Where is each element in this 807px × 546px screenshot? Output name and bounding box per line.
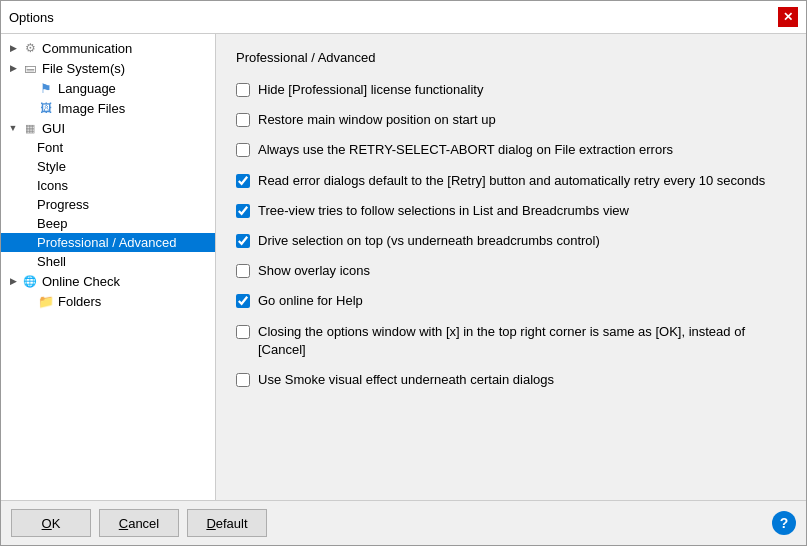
sidebar-label-font: Font (37, 140, 63, 155)
globe-icon: 🌐 (21, 273, 39, 289)
option-tree-view-follow: Tree-view tries to follow selections in … (236, 202, 786, 220)
help-button[interactable]: ? (772, 511, 796, 535)
sidebar-item-shell[interactable]: Shell (1, 252, 215, 271)
image-icon: 🖼 (37, 100, 55, 116)
sidebar-item-progress[interactable]: Progress (1, 195, 215, 214)
label-smoke-visual[interactable]: Use Smoke visual effect underneath certa… (258, 371, 554, 389)
sidebar-item-image-files[interactable]: 🖼 Image Files (1, 98, 215, 118)
sidebar-label-communication: Communication (42, 41, 132, 56)
option-read-error-dialogs: Read error dialogs default to the [Retry… (236, 172, 786, 190)
sidebar-label-language: Language (58, 81, 116, 96)
label-go-online-help[interactable]: Go online for Help (258, 292, 363, 310)
label-restore-position[interactable]: Restore main window position on start up (258, 111, 496, 129)
checkbox-drive-selection[interactable] (236, 234, 250, 248)
label-show-overlay[interactable]: Show overlay icons (258, 262, 370, 280)
sidebar-item-language[interactable]: ⚑ Language (1, 78, 215, 98)
option-restore-position: Restore main window position on start up (236, 111, 786, 129)
checkbox-smoke-visual[interactable] (236, 373, 250, 387)
checkbox-read-error-dialogs[interactable] (236, 174, 250, 188)
sidebar-item-font[interactable]: Font (1, 138, 215, 157)
option-smoke-visual: Use Smoke visual effect underneath certa… (236, 371, 786, 389)
option-hide-professional: Hide [Professional] license functionalit… (236, 81, 786, 99)
label-closing-options[interactable]: Closing the options window with [x] in t… (258, 323, 786, 359)
option-show-overlay: Show overlay icons (236, 262, 786, 280)
sidebar-item-online-check[interactable]: ▶ 🌐 Online Check (1, 271, 215, 291)
main-content: ▶ ⚙ Communication ▶ 🖴 File System(s) ⚑ L… (1, 34, 806, 500)
sidebar-label-style: Style (37, 159, 66, 174)
cancel-label: Cancel (119, 516, 159, 531)
sidebar-label-professional-advanced: Professional / Advanced (37, 235, 176, 250)
folder-icon: 📁 (37, 293, 55, 309)
label-hide-professional[interactable]: Hide [Professional] license functionalit… (258, 81, 483, 99)
sidebar-item-beep[interactable]: Beep (1, 214, 215, 233)
default-label: Default (206, 516, 247, 531)
ok-label: OK (42, 516, 61, 531)
panel-title: Professional / Advanced (236, 50, 786, 65)
toggle-online-check: ▶ (5, 273, 21, 289)
sidebar-label-icons: Icons (37, 178, 68, 193)
window-title: Options (9, 10, 54, 25)
checkbox-restore-position[interactable] (236, 113, 250, 127)
toggle-communication: ▶ (5, 40, 21, 56)
sidebar-item-folders[interactable]: 📁 Folders (1, 291, 215, 311)
gear-icon: ⚙ (21, 40, 39, 56)
option-closing-options: Closing the options window with [x] in t… (236, 323, 786, 359)
close-button[interactable]: ✕ (778, 7, 798, 27)
checkbox-go-online-help[interactable] (236, 294, 250, 308)
option-go-online-help: Go online for Help (236, 292, 786, 310)
hdd-icon: 🖴 (21, 60, 39, 76)
sidebar-label-folders: Folders (58, 294, 101, 309)
sidebar-item-gui[interactable]: ▼ ▦ GUI (1, 118, 215, 138)
gui-icon: ▦ (21, 120, 39, 136)
label-retry-select-abort[interactable]: Always use the RETRY-SELECT-ABORT dialog… (258, 141, 673, 159)
cancel-button[interactable]: Cancel (99, 509, 179, 537)
sidebar-label-shell: Shell (37, 254, 66, 269)
flag-icon: ⚑ (37, 80, 55, 96)
checkbox-closing-options[interactable] (236, 325, 250, 339)
toggle-language (21, 80, 37, 96)
right-panel: Professional / Advanced Hide [Profession… (216, 34, 806, 500)
label-tree-view-follow[interactable]: Tree-view tries to follow selections in … (258, 202, 629, 220)
sidebar-label-beep: Beep (37, 216, 67, 231)
checkbox-show-overlay[interactable] (236, 264, 250, 278)
options-window: Options ✕ ▶ ⚙ Communication ▶ 🖴 File Sys… (0, 0, 807, 546)
label-read-error-dialogs[interactable]: Read error dialogs default to the [Retry… (258, 172, 765, 190)
checkbox-hide-professional[interactable] (236, 83, 250, 97)
sidebar-item-professional-advanced[interactable]: Professional / Advanced (1, 233, 215, 252)
sidebar-label-online-check: Online Check (42, 274, 120, 289)
bottom-bar: OK Cancel Default ? (1, 500, 806, 545)
toggle-filesystem: ▶ (5, 60, 21, 76)
option-drive-selection: Drive selection on top (vs underneath br… (236, 232, 786, 250)
sidebar-item-icons[interactable]: Icons (1, 176, 215, 195)
sidebar-item-communication[interactable]: ▶ ⚙ Communication (1, 38, 215, 58)
sidebar-label-gui: GUI (42, 121, 65, 136)
sidebar-label-filesystem: File System(s) (42, 61, 125, 76)
checkbox-retry-select-abort[interactable] (236, 143, 250, 157)
checkbox-tree-view-follow[interactable] (236, 204, 250, 218)
sidebar-item-filesystem[interactable]: ▶ 🖴 File System(s) (1, 58, 215, 78)
sidebar-label-image-files: Image Files (58, 101, 125, 116)
toggle-image-files (21, 100, 37, 116)
label-drive-selection[interactable]: Drive selection on top (vs underneath br… (258, 232, 600, 250)
default-button[interactable]: Default (187, 509, 267, 537)
toggle-gui: ▼ (5, 120, 21, 136)
sidebar: ▶ ⚙ Communication ▶ 🖴 File System(s) ⚑ L… (1, 34, 216, 500)
sidebar-item-style[interactable]: Style (1, 157, 215, 176)
ok-button[interactable]: OK (11, 509, 91, 537)
sidebar-label-progress: Progress (37, 197, 89, 212)
title-bar: Options ✕ (1, 1, 806, 34)
toggle-folders (21, 293, 37, 309)
option-retry-select-abort: Always use the RETRY-SELECT-ABORT dialog… (236, 141, 786, 159)
